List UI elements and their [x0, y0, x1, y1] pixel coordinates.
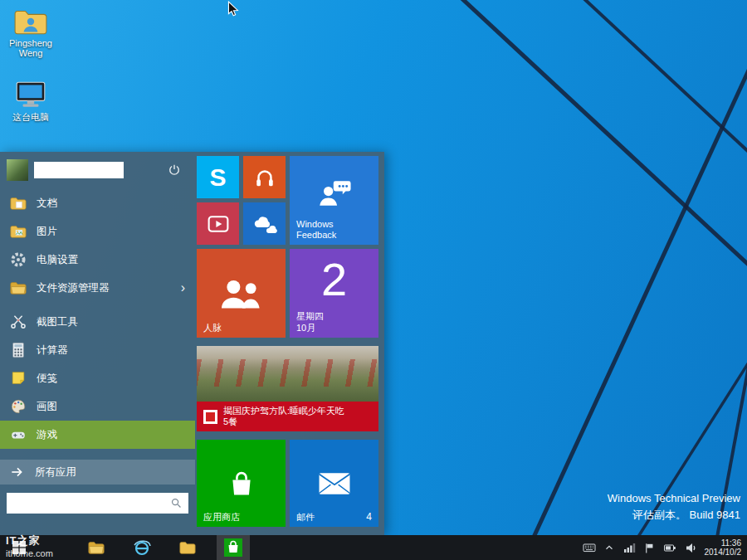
start-item-calculator[interactable]: 计算器 — [0, 336, 195, 364]
chevron-right-icon: › — [181, 280, 185, 295]
feedback-person-icon — [316, 178, 353, 209]
folder-icon — [178, 538, 197, 557]
start-menu-left-column: 文档 图片 电脑设置 — [0, 152, 195, 535]
user-avatar[interactable] — [7, 159, 28, 181]
touch-keyboard-icon[interactable] — [583, 541, 596, 554]
mouse-cursor — [227, 1, 240, 17]
desktop-icon-this-pc[interactable]: 这台电脑 — [2, 80, 59, 124]
tile-mail[interactable]: 邮件 4 — [290, 440, 378, 527]
news-headline-line2: 5餐 — [223, 416, 344, 427]
taskbar-clock[interactable]: 11:36 2014/10/2 — [705, 538, 742, 557]
desktop-icon-label: 这台电脑 — [12, 111, 49, 124]
user-folder-icon — [13, 7, 48, 37]
build-watermark: Windows Technical Preview 评估副本。 Build 98… — [608, 490, 740, 523]
calculator-icon — [9, 341, 27, 359]
network-icon[interactable] — [622, 541, 636, 554]
clock-time: 11:36 — [705, 538, 742, 548]
power-icon — [167, 163, 182, 178]
taskbar-folder-button[interactable] — [171, 535, 204, 560]
skype-logo-icon: S — [209, 163, 226, 192]
tile-people[interactable]: 人脉 — [197, 249, 286, 338]
start-menu-items: 文档 图片 电脑设置 — [0, 189, 195, 449]
search-input[interactable] — [12, 493, 169, 514]
start-search-box — [7, 493, 188, 514]
calendar-weekday: 星期四 — [296, 310, 324, 322]
start-item-documents[interactable]: 文档 — [0, 189, 195, 217]
paint-icon — [9, 397, 27, 416]
tile-onedrive[interactable] — [243, 202, 286, 245]
start-item-label: 便笺 — [37, 372, 57, 386]
user-name-redacted-box — [34, 162, 124, 178]
clouds-icon — [251, 213, 279, 235]
mail-envelope-icon — [317, 471, 352, 496]
site-watermark: IT之家 ithome.com — [6, 533, 53, 558]
file-explorer-icon — [87, 538, 105, 557]
tile-label: Windows Feedback — [296, 219, 356, 241]
news-banner: 揭国庆护驾方队:睡眠少年天吃 5餐 — [197, 402, 378, 431]
battery-icon[interactable] — [663, 541, 676, 554]
store-icon — [224, 538, 242, 557]
start-menu-header — [0, 152, 195, 183]
start-item-label: 游戏 — [37, 428, 57, 442]
desktop-icon-user-folder[interactable]: Pingsheng Weng — [2, 7, 59, 58]
start-item-sticky-notes[interactable]: 便笺 — [0, 364, 195, 392]
all-apps-label: 所有应用 — [35, 465, 76, 480]
taskbar-file-explorer-button[interactable] — [80, 535, 113, 560]
documents-folder-icon — [9, 194, 27, 212]
taskbar-store-button[interactable] — [217, 535, 250, 560]
tile-label: 邮件 — [296, 512, 315, 523]
tile-music[interactable] — [243, 156, 286, 198]
tile-windows-feedback[interactable]: Windows Feedback — [290, 156, 378, 245]
start-item-pc-settings[interactable]: 电脑设置 — [0, 246, 195, 274]
calendar-month: 10月 — [296, 322, 324, 334]
tile-calendar[interactable]: 2 星期四 10月 — [290, 249, 378, 338]
tile-label: 星期四 10月 — [296, 310, 324, 334]
start-item-file-explorer[interactable]: 文件资源管理器 › — [0, 274, 195, 302]
start-item-label: 图片 — [37, 225, 57, 239]
tile-label: 人脉 — [203, 323, 222, 334]
start-item-games[interactable]: 游戏 — [0, 421, 195, 449]
system-tray: 11:36 2014/10/2 — [583, 535, 747, 560]
tile-news[interactable]: 揭国庆护驾方队:睡眠少年天吃 5餐 — [197, 346, 378, 431]
taskbar: 11:36 2014/10/2 — [0, 535, 747, 560]
start-item-snipping-tool[interactable]: 截图工具 — [0, 308, 195, 336]
tile-skype[interactable]: S — [197, 156, 239, 198]
build-watermark-line1: Windows Technical Preview — [608, 490, 740, 507]
computer-icon — [13, 80, 48, 110]
store-bag-icon — [226, 469, 257, 499]
desktop-icon-label: Pingsheng Weng — [2, 38, 59, 58]
games-icon — [9, 426, 27, 444]
start-item-label: 截图工具 — [37, 315, 78, 329]
clock-date: 2014/10/2 — [705, 548, 742, 557]
news-headline: 揭国庆护驾方队:睡眠少年天吃 5餐 — [223, 406, 344, 427]
mail-unread-badge: 4 — [366, 511, 372, 523]
taskbar-ie-button[interactable] — [125, 535, 159, 560]
start-item-label: 电脑设置 — [37, 253, 78, 267]
tile-video[interactable] — [197, 202, 239, 245]
site-watermark-url: ithome.com — [6, 548, 53, 558]
people-icon — [218, 274, 265, 314]
pictures-folder-icon — [9, 222, 27, 241]
file-explorer-icon — [9, 279, 27, 297]
chevron-up-icon[interactable] — [603, 542, 615, 553]
news-source-logo-icon — [203, 410, 217, 424]
start-item-label: 画图 — [37, 400, 57, 414]
all-apps-button[interactable]: 所有应用 — [0, 460, 195, 485]
video-play-icon — [206, 212, 231, 236]
volume-icon[interactable] — [684, 541, 697, 554]
power-button[interactable] — [167, 163, 182, 178]
build-watermark-line2: 评估副本。 Build 9841 — [608, 507, 740, 523]
tile-store[interactable]: 应用商店 — [197, 440, 286, 527]
news-photo — [197, 359, 378, 387]
start-item-label: 文件资源管理器 — [37, 281, 110, 295]
magnifier-icon[interactable] — [169, 496, 183, 510]
start-item-pictures[interactable]: 图片 — [0, 217, 195, 246]
site-watermark-logo: IT之家 — [6, 533, 53, 548]
flag-icon[interactable] — [643, 542, 656, 554]
taskbar-pinned-apps — [80, 535, 250, 560]
start-item-paint[interactable]: 画图 — [0, 392, 195, 421]
sticky-notes-icon — [9, 369, 27, 387]
calendar-date: 2 — [290, 252, 378, 306]
arrow-right-icon — [9, 464, 26, 480]
start-item-label: 计算器 — [37, 343, 68, 358]
